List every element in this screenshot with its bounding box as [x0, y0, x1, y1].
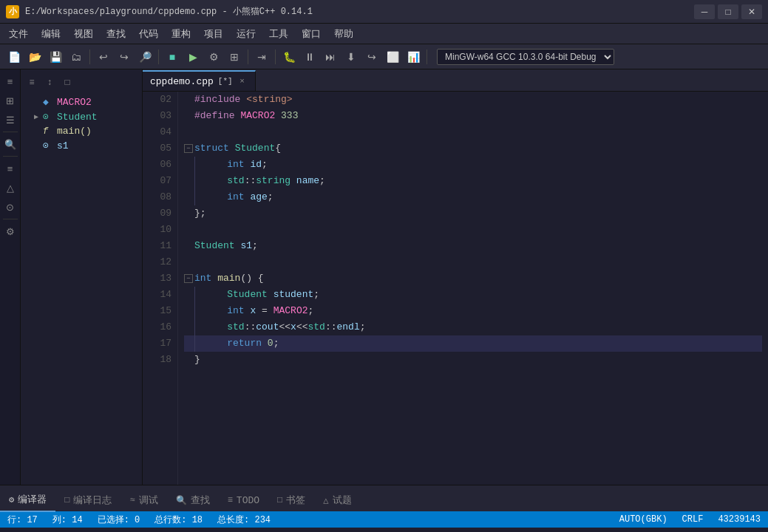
- ops2: <<: [296, 319, 308, 335]
- sidebar-item-main[interactable]: f main(): [21, 124, 142, 138]
- menu-refactor[interactable]: 重构: [166, 26, 197, 42]
- tab-modified-indicator: [*]: [218, 77, 233, 86]
- tab-cppdemo[interactable]: cppdemo.cpp [*] ×: [143, 70, 256, 91]
- tb-debug-profile[interactable]: 📊: [404, 47, 423, 66]
- tb-run[interactable]: ▶: [183, 47, 203, 66]
- bottom-tab-compile-log[interactable]: □ 编译日志: [55, 488, 120, 512]
- tb-indent[interactable]: ⇥: [252, 47, 271, 66]
- compile-log-icon: □: [64, 495, 69, 505]
- code-line-05: − struct Student {: [184, 140, 762, 157]
- compiler-icon: ⚙: [9, 494, 14, 505]
- maximize-button[interactable]: □: [718, 4, 738, 19]
- sidebar-item-macro2[interactable]: ◆ MACRO2: [21, 95, 142, 109]
- debug-icon: ≈: [129, 495, 135, 505]
- tb-undo[interactable]: ↩: [94, 47, 113, 66]
- macro-value: 333: [281, 108, 298, 124]
- sidebar-toolbar: ≡ ↕ □: [21, 72, 142, 92]
- kw-int-1: int: [227, 157, 244, 173]
- minimize-button[interactable]: ─: [694, 4, 715, 19]
- kw-define: #define: [194, 108, 235, 124]
- code-line-17: return 0 ;: [184, 335, 762, 352]
- compiler-select[interactable]: MinGW-w64 GCC 10.3.0 64-bit Debug: [437, 49, 614, 65]
- bottom-tab-todo[interactable]: ≡ TODO: [219, 488, 268, 512]
- brace-close-semi: };: [194, 205, 206, 222]
- act-settings[interactable]: ⚙: [1, 222, 19, 240]
- act-git[interactable]: △: [1, 179, 19, 197]
- semi: ;: [268, 189, 273, 205]
- bottom-tab-bookmarks[interactable]: □ 书签: [268, 488, 314, 512]
- sidebar-expand[interactable]: ↕: [41, 74, 58, 90]
- kw-int-2: int: [227, 189, 244, 205]
- menu-help[interactable]: 帮助: [328, 26, 359, 42]
- act-files[interactable]: ☰: [1, 111, 19, 129]
- activity-bar: ≡ ⊞ ☰ 🔍 ≡ △ ⊙ ⚙: [0, 69, 21, 485]
- tb-new[interactable]: 📄: [4, 47, 24, 66]
- include-str: <string>: [246, 92, 292, 108]
- menu-run[interactable]: 运行: [231, 26, 262, 42]
- status-bar: 行: 17 列: 14 已选择: 0 总行数: 18 总长度: 234 AUTO…: [0, 511, 768, 528]
- tab-close-button[interactable]: ×: [237, 76, 248, 86]
- sidebar-sort[interactable]: ≡: [24, 74, 40, 90]
- type-std: std: [227, 173, 244, 189]
- scope: ::: [245, 319, 256, 335]
- indent4: [204, 319, 227, 335]
- tb-debug-next[interactable]: ⏭: [321, 47, 340, 66]
- compile-log-label: 编译日志: [73, 494, 112, 507]
- bottom-tab-compiler[interactable]: ⚙ 编译器: [0, 488, 55, 512]
- status-encoding: AUTO(GBK): [619, 514, 667, 525]
- tb-save[interactable]: 💾: [46, 47, 65, 66]
- menu-window[interactable]: 窗口: [296, 26, 327, 42]
- tb-debug-stop[interactable]: ⬜: [383, 47, 402, 66]
- debug-label: 调试: [139, 494, 158, 507]
- tb-debug-into[interactable]: ⬇: [341, 47, 361, 66]
- bottom-tab-search[interactable]: 🔍 查找: [167, 488, 219, 512]
- scope2: ::: [325, 319, 337, 335]
- fold-button-05[interactable]: −: [184, 144, 193, 153]
- tb-saveall[interactable]: 🗂: [67, 47, 86, 66]
- brace-main-close: }: [194, 352, 200, 368]
- tb-open[interactable]: 📂: [25, 47, 44, 66]
- tb-static-check[interactable]: 🔎: [135, 47, 154, 66]
- indent4: [204, 287, 227, 303]
- bottom-tab-debug[interactable]: ≈ 调试: [120, 488, 166, 512]
- tb-compile[interactable]: ⚙: [204, 47, 223, 66]
- code-line-14: Student student ;: [184, 287, 762, 303]
- act-search[interactable]: 🔍: [1, 135, 19, 153]
- menu-edit[interactable]: 编辑: [35, 26, 67, 42]
- indent4: [204, 335, 227, 352]
- window-controls: ─ □ ✕: [694, 4, 762, 19]
- compiler-label: 编译器: [18, 493, 47, 506]
- act-bookmarks[interactable]: ⊞: [1, 92, 19, 109]
- tb-debug-run[interactable]: 🐛: [279, 47, 299, 66]
- sidebar-item-s1[interactable]: ⊙ s1: [21, 138, 142, 153]
- code-editor[interactable]: 02 03 04 05 06 07 08 09 10 11 12 13 14 1…: [143, 92, 768, 485]
- tb-debug-pause[interactable]: ⏸: [300, 47, 319, 66]
- menu-project[interactable]: 项目: [198, 26, 229, 42]
- close-button[interactable]: ✕: [741, 4, 762, 19]
- bottom-tab-problems[interactable]: △ 试题: [314, 488, 360, 512]
- ln-18: 18: [149, 352, 171, 368]
- semi: ;: [319, 173, 325, 189]
- tb-compile-run[interactable]: ■: [163, 47, 182, 66]
- menu-tools[interactable]: 工具: [263, 26, 294, 42]
- num-zero: 0: [268, 335, 273, 352]
- menu-file[interactable]: 文件: [3, 26, 34, 42]
- field-id: id: [250, 157, 262, 173]
- ln-02: 02: [149, 92, 171, 108]
- menu-search[interactable]: 查找: [101, 26, 132, 42]
- tb-compile-all[interactable]: ⊞: [225, 47, 244, 66]
- act-outline[interactable]: ≡: [1, 72, 19, 90]
- ln-05: 05: [149, 140, 171, 157]
- tb-redo[interactable]: ↪: [115, 47, 134, 66]
- act-debug[interactable]: ⊙: [1, 198, 19, 216]
- macro-ref: MACRO2: [273, 303, 308, 319]
- sidebar-item-student[interactable]: ▶ ⊙ Student: [21, 109, 142, 124]
- sidebar-collapse[interactable]: □: [59, 74, 75, 90]
- search-label: 查找: [191, 494, 210, 507]
- menu-code[interactable]: 代码: [133, 26, 164, 42]
- space: [235, 108, 241, 124]
- menu-view[interactable]: 视图: [68, 26, 99, 42]
- act-todo[interactable]: ≡: [1, 160, 19, 177]
- fold-button-13[interactable]: −: [184, 274, 193, 283]
- tb-debug-step[interactable]: ↪: [362, 47, 381, 66]
